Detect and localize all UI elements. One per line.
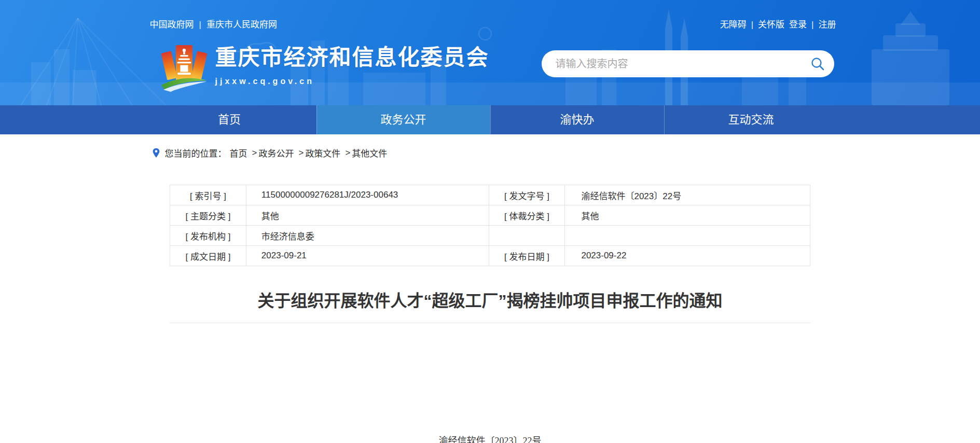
- breadcrumb-separator: >: [252, 148, 257, 158]
- link-chongqing-gov[interactable]: 重庆市人民政府网: [206, 20, 277, 30]
- site-logo[interactable]: 重庆市经济和信息化委员会 jjxxw.cq.gov.cn: [160, 40, 489, 92]
- login-link[interactable]: 登录: [789, 20, 807, 30]
- utility-separator: |: [811, 20, 813, 30]
- doc-symbol-value: 渝经信软件〔2023〕22号: [565, 185, 810, 205]
- tab-yukuaiban[interactable]: 渝快办: [490, 105, 664, 134]
- search-input[interactable]: [542, 58, 810, 70]
- search-button[interactable]: [810, 50, 834, 77]
- main-content: 您当前的位置： 首页 >政务公开 >政策文件 >其他文件 [ 索引号 ] 115…: [0, 146, 980, 443]
- link-china-gov[interactable]: 中国政府网: [150, 20, 194, 30]
- table-row: [ 索引号 ] 11500000009276281J/2023-00643 [ …: [170, 185, 810, 205]
- publish-date-value: 2023-09-22: [565, 246, 810, 266]
- breadcrumb-home[interactable]: 首页: [230, 146, 247, 159]
- genre-category-value: 其他: [565, 205, 810, 226]
- location-pin-icon: [152, 147, 160, 159]
- main-nav: 首页 政务公开 渝快办 互动交流: [0, 105, 980, 134]
- search-icon: [810, 57, 825, 71]
- tab-home[interactable]: 首页: [143, 105, 316, 134]
- site-header: 中国政府网|重庆市人民政府网 无障碍|关怀版登录|注册: [0, 0, 980, 105]
- breadcrumb: 您当前的位置： 首页 >政务公开 >政策文件 >其他文件: [143, 146, 838, 159]
- empty-value: [565, 226, 810, 246]
- breadcrumb-gov-affairs[interactable]: 政务公开: [258, 146, 294, 159]
- gov-links-separator: |: [199, 20, 201, 30]
- gov-links: 中国政府网|重庆市人民政府网: [150, 17, 277, 30]
- page-title: 关于组织开展软件人才“超级工厂”揭榜挂帅项目申报工作的通知: [170, 289, 810, 312]
- written-date-value: 2023-09-21: [246, 246, 489, 266]
- issuing-agency-label: [ 发布机构 ]: [170, 226, 246, 246]
- tab-interaction[interactable]: 互动交流: [664, 105, 838, 134]
- accessibility-link[interactable]: 无障碍: [720, 20, 747, 30]
- care-mode-link[interactable]: 关怀版: [758, 20, 784, 30]
- index-number-label: [ 索引号 ]: [170, 185, 246, 205]
- publish-date-label: [ 发布日期 ]: [489, 246, 565, 266]
- doc-number-text: 渝经信软件〔2023〕22号: [0, 433, 980, 443]
- search-box: [542, 50, 834, 77]
- table-row: [ 主题分类 ] 其他 [ 体裁分类 ] 其他: [170, 205, 810, 226]
- table-row: [ 成文日期 ] 2023-09-21 [ 发布日期 ] 2023-09-22: [170, 246, 810, 266]
- written-date-label: [ 成文日期 ]: [170, 246, 246, 266]
- empty-label: [489, 226, 565, 246]
- table-row: [ 发布机构 ] 市经济信息委: [170, 226, 810, 246]
- topic-category-label: [ 主题分类 ]: [170, 205, 246, 226]
- register-link[interactable]: 注册: [819, 20, 836, 30]
- site-domain: jjxxw.cq.gov.cn: [215, 77, 489, 86]
- topic-category-value: 其他: [246, 205, 489, 226]
- breadcrumb-separator: >: [345, 148, 350, 158]
- utility-links: 无障碍|关怀版登录|注册: [720, 17, 836, 30]
- index-number-value: 11500000009276281J/2023-00643: [246, 185, 489, 205]
- breadcrumb-prefix: 您当前的位置：: [165, 146, 227, 159]
- utility-separator: |: [751, 20, 753, 30]
- genre-category-label: [ 体裁分类 ]: [489, 205, 565, 226]
- breadcrumb-separator: >: [298, 148, 303, 158]
- doc-symbol-label: [ 发文字号 ]: [489, 185, 565, 205]
- issuing-agency-value: 市经济信息委: [246, 226, 489, 246]
- doc-info-table: [ 索引号 ] 11500000009276281J/2023-00643 [ …: [170, 185, 810, 266]
- tab-gov-affairs[interactable]: 政务公开: [316, 105, 490, 134]
- site-identity: 重庆市经济和信息化委员会 jjxxw.cq.gov.cn: [215, 40, 489, 86]
- breadcrumb-other-files[interactable]: 其他文件: [352, 146, 387, 159]
- site-logo-icon: [160, 40, 208, 92]
- breadcrumb-policy-files[interactable]: 政策文件: [305, 146, 340, 159]
- site-title: 重庆市经济和信息化委员会: [215, 47, 489, 68]
- title-divider: [170, 323, 810, 323]
